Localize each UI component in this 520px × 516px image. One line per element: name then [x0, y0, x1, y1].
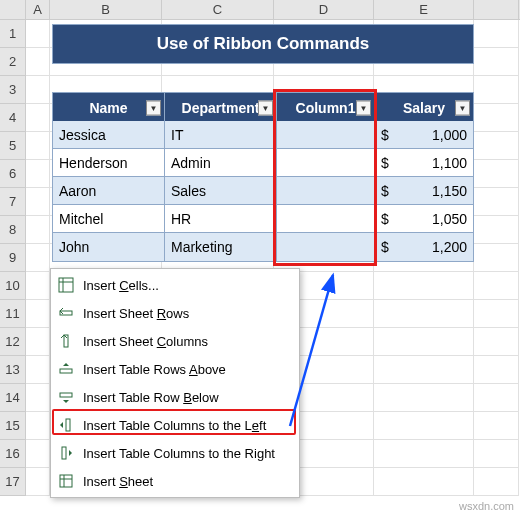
cell[interactable] — [474, 468, 519, 496]
th-department[interactable]: Department ▼ — [165, 93, 277, 123]
row-header-11[interactable]: 11 — [0, 300, 26, 328]
col-header-E[interactable]: E — [374, 0, 474, 19]
row-header-6[interactable]: 6 — [0, 160, 26, 188]
row-header-14[interactable]: 14 — [0, 384, 26, 412]
cell[interactable] — [374, 272, 474, 300]
cell[interactable] — [474, 216, 519, 244]
cell[interactable] — [26, 440, 50, 468]
filter-icon[interactable]: ▼ — [146, 100, 161, 115]
row-header-13[interactable]: 13 — [0, 356, 26, 384]
row-header-10[interactable]: 10 — [0, 272, 26, 300]
cell-dept[interactable]: Sales — [165, 177, 277, 205]
cell[interactable] — [374, 440, 474, 468]
cell[interactable] — [474, 356, 519, 384]
cell-column1[interactable] — [277, 233, 375, 261]
filter-icon[interactable]: ▼ — [258, 100, 273, 115]
cell[interactable] — [26, 412, 50, 440]
cell[interactable] — [374, 468, 474, 496]
col-header-A[interactable]: A — [26, 0, 50, 19]
menu-item-insert-cells-[interactable]: Insert Cells... — [51, 271, 299, 299]
cell[interactable] — [26, 300, 50, 328]
cell-column1[interactable] — [277, 149, 375, 177]
cell[interactable] — [474, 48, 519, 76]
cell[interactable] — [26, 468, 50, 496]
cell-name[interactable]: Jessica — [53, 121, 165, 149]
cell[interactable] — [474, 384, 519, 412]
cell[interactable] — [374, 412, 474, 440]
cell-dept[interactable]: Admin — [165, 149, 277, 177]
cell-name[interactable]: Mitchel — [53, 205, 165, 233]
cell[interactable] — [374, 328, 474, 356]
col-header-D[interactable]: D — [274, 0, 374, 19]
th-name[interactable]: Name ▼ — [53, 93, 165, 123]
cell[interactable] — [26, 20, 50, 48]
cell[interactable] — [26, 104, 50, 132]
cell[interactable] — [474, 272, 519, 300]
menu-item-insert-sheet-rows[interactable]: Insert Sheet Rows — [51, 299, 299, 327]
menu-item-insert-sheet-columns[interactable]: Insert Sheet Columns — [51, 327, 299, 355]
cell[interactable] — [26, 356, 50, 384]
col-header-C[interactable]: C — [162, 0, 274, 19]
cell[interactable] — [474, 328, 519, 356]
menu-item-insert-table-columns-to-the-left[interactable]: Insert Table Columns to the Left — [51, 411, 299, 439]
cell[interactable] — [474, 76, 519, 104]
cell[interactable] — [26, 76, 50, 104]
cell[interactable] — [374, 300, 474, 328]
cell[interactable] — [474, 412, 519, 440]
cell-column1[interactable] — [277, 121, 375, 149]
cell[interactable] — [374, 384, 474, 412]
row-header-17[interactable]: 17 — [0, 468, 26, 496]
row-header-8[interactable]: 8 — [0, 216, 26, 244]
col-header-B[interactable]: B — [50, 0, 162, 19]
cell-name[interactable]: Henderson — [53, 149, 165, 177]
row-header-9[interactable]: 9 — [0, 244, 26, 272]
row-header-4[interactable]: 4 — [0, 104, 26, 132]
cell[interactable] — [474, 104, 519, 132]
cell-name[interactable]: Aaron — [53, 177, 165, 205]
cell-salary[interactable]: $1,050 — [375, 205, 473, 233]
cell[interactable] — [474, 20, 519, 48]
th-salary[interactable]: Salary ▼ — [375, 93, 473, 123]
cell-dept[interactable]: Marketing — [165, 233, 277, 261]
cell-salary[interactable]: $1,150 — [375, 177, 473, 205]
cell[interactable] — [26, 244, 50, 272]
row-header-1[interactable]: 1 — [0, 20, 26, 48]
cell[interactable] — [26, 328, 50, 356]
row-header-12[interactable]: 12 — [0, 328, 26, 356]
row-header-7[interactable]: 7 — [0, 188, 26, 216]
menu-item-insert-table-columns-to-the-right[interactable]: Insert Table Columns to the Right — [51, 439, 299, 467]
cell-salary[interactable]: $1,000 — [375, 121, 473, 149]
cell[interactable] — [26, 216, 50, 244]
cell-dept[interactable]: HR — [165, 205, 277, 233]
cell[interactable] — [26, 132, 50, 160]
cell[interactable] — [374, 356, 474, 384]
menu-item-insert-table-rows-above[interactable]: Insert Table Rows Above — [51, 355, 299, 383]
menu-item-insert-sheet[interactable]: Insert Sheet — [51, 467, 299, 495]
row-header-3[interactable]: 3 — [0, 76, 26, 104]
row-header-2[interactable]: 2 — [0, 48, 26, 76]
cell[interactable] — [474, 244, 519, 272]
cell-salary[interactable]: $1,200 — [375, 233, 473, 261]
cell[interactable] — [474, 300, 519, 328]
row-header-5[interactable]: 5 — [0, 132, 26, 160]
filter-icon[interactable]: ▼ — [356, 100, 371, 115]
cell[interactable] — [26, 48, 50, 76]
select-all-corner[interactable] — [0, 0, 26, 19]
cell-column1[interactable] — [277, 205, 375, 233]
th-column1[interactable]: Column1 ▼ — [277, 93, 375, 123]
cell[interactable] — [26, 384, 50, 412]
cell[interactable] — [474, 160, 519, 188]
cell[interactable] — [474, 188, 519, 216]
cell[interactable] — [474, 132, 519, 160]
cell[interactable] — [26, 160, 50, 188]
cell[interactable] — [26, 188, 50, 216]
cell-name[interactable]: John — [53, 233, 165, 261]
cell-salary[interactable]: $1,100 — [375, 149, 473, 177]
cell-column1[interactable] — [277, 177, 375, 205]
cell[interactable] — [474, 440, 519, 468]
cell-dept[interactable]: IT — [165, 121, 277, 149]
row-header-15[interactable]: 15 — [0, 412, 26, 440]
filter-icon[interactable]: ▼ — [455, 100, 470, 115]
menu-item-insert-table-row-below[interactable]: Insert Table Row Below — [51, 383, 299, 411]
row-header-16[interactable]: 16 — [0, 440, 26, 468]
